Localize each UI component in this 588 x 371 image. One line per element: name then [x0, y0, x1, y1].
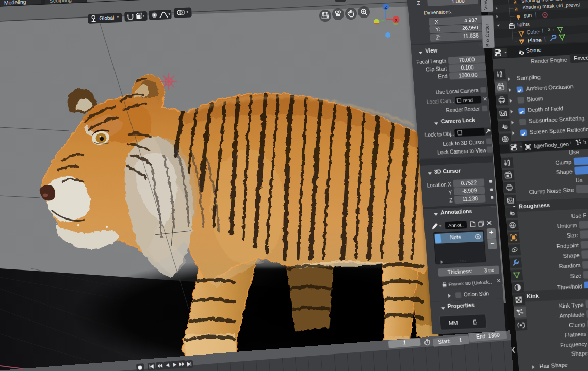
svg-text:Z: Z	[384, 5, 387, 10]
svg-text:X: X	[395, 18, 398, 23]
